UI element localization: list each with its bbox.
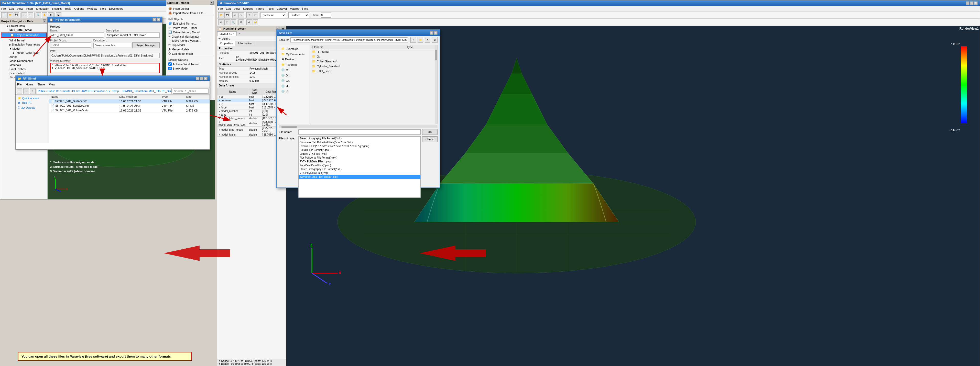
- pv-interact-btn[interactable]: 🖱: [247, 12, 252, 18]
- filetype-pvd[interactable]: ParaView Data Files(*.pvd ): [299, 164, 420, 167]
- col-date[interactable]: Date modified: [117, 95, 159, 99]
- move-vector-btn[interactable]: → Move Along a Vector...: [167, 39, 214, 43]
- pv-menu-macros[interactable]: Macros: [290, 7, 299, 10]
- sd-examples[interactable]: 📁Examples: [279, 46, 310, 51]
- insert-object-btn[interactable]: 📦 Insert Object: [167, 6, 214, 11]
- sd-ok-btn[interactable]: OK: [422, 129, 438, 135]
- show-model-check[interactable]: Show Model: [167, 66, 214, 71]
- wind-tunnel-checkbox[interactable]: [169, 62, 172, 66]
- menu-help[interactable]: Help: [100, 7, 106, 10]
- pv-representation-select[interactable]: Surface Wireframe Points: [288, 12, 309, 18]
- tree-item-materials[interactable]: Materials: [0, 63, 47, 67]
- bc-rf-simul[interactable]: RF_Simul: [161, 89, 172, 92]
- layout-tab-1[interactable]: Layout #1 ×: [217, 32, 237, 36]
- table-row[interactable]: 📄 Sim001_V01_Surface.vtp 16.06.2021 21:3…: [49, 99, 210, 103]
- tree-item-point-probes[interactable]: Point Probes: [0, 67, 47, 71]
- col-size[interactable]: Size: [184, 95, 210, 99]
- pv-color-var-select[interactable]: pressure cp U force: [261, 12, 286, 18]
- tb-save[interactable]: 💾: [14, 12, 19, 18]
- dialog-close-btn[interactable]: ✕: [157, 18, 160, 21]
- col-name[interactable]: Name: [49, 95, 117, 99]
- show-model-checkbox[interactable]: [169, 67, 172, 70]
- dialog-help-btn[interactable]: ?: [153, 18, 156, 21]
- fe-menu-file[interactable]: File: [17, 83, 22, 86]
- tb-pan[interactable]: ✋: [42, 12, 47, 18]
- sd-details-btn[interactable]: ⊞: [432, 37, 438, 43]
- sd-d-drive[interactable]: 💿D:\: [279, 73, 310, 78]
- pv-zoom-box[interactable]: ⬚: [224, 19, 230, 25]
- fe-menu-view[interactable]: View: [49, 83, 55, 86]
- table-row[interactable]: 📄 Sim001_V01_VolumeV.vtu 16.06.2021 21:3…: [49, 108, 210, 113]
- sd-help[interactable]: ?: [430, 31, 433, 35]
- filetype-vtp[interactable]: VTK PolyData Files(*.vtp ): [299, 171, 420, 175]
- menu-results[interactable]: Results: [52, 7, 62, 10]
- bc-rwind[interactable]: RWIND Simulation 1.x: [82, 89, 110, 92]
- tree-item-mesh-ref[interactable]: Mesh Refinements: [0, 59, 47, 63]
- graphical-manip-btn[interactable]: ✂ Graphical Manipulator: [167, 34, 214, 39]
- name-input[interactable]: [50, 32, 104, 38]
- tb-new[interactable]: 📄: [1, 12, 7, 18]
- tree-item-zones[interactable]: Zones: [0, 55, 47, 59]
- bc-temp[interactable]: Temp: [112, 89, 119, 92]
- import-model-btn[interactable]: 📥 Import Model from a File...: [167, 11, 214, 15]
- fe-search-input[interactable]: [173, 89, 208, 94]
- path-input[interactable]: [50, 53, 160, 58]
- edit-wind-tunnel-btn[interactable]: 🌀 Edit Wind Tunnel...: [167, 21, 214, 25]
- group-input[interactable]: [50, 43, 91, 48]
- pv-close[interactable]: ✕: [974, 1, 978, 5]
- tree-item-project-information[interactable]: 📋 Project Information: [1, 33, 46, 37]
- pv-minimize[interactable]: ─: [966, 1, 969, 5]
- table-row[interactable]: 📁RF_Simul: [310, 49, 435, 54]
- table-row[interactable]: 📁Cube_Standard: [310, 59, 435, 64]
- pv-open-btn[interactable]: 📂: [218, 12, 224, 18]
- bc-m01[interactable]: M01_Eifl: [149, 89, 160, 92]
- tb-open[interactable]: 📂: [8, 12, 13, 18]
- tb-zoom[interactable]: 🔍: [35, 12, 41, 18]
- filetype-csv[interactable]: Comma or Tab Delimited Files(*.csv *.tsv…: [299, 140, 420, 144]
- filetype-vtk[interactable]: Legacy VTK Files(*.vtk ): [299, 152, 420, 156]
- menu-file[interactable]: File: [1, 7, 6, 10]
- bc-docs[interactable]: Public Documents: [48, 89, 70, 92]
- fe-quick-access[interactable]: ⭐ Quick access: [16, 95, 49, 100]
- menu-window[interactable]: Window: [87, 7, 97, 10]
- sd-col-filename[interactable]: Filename: [310, 45, 405, 49]
- filetype-stl2[interactable]: Stereo Lithography File Format(*.stl ): [299, 167, 420, 171]
- filetype-exodus[interactable]: Exodus II File(*.e *.ex2 *.ex2v2 *.exo *…: [299, 144, 420, 148]
- sd-c-drive[interactable]: 💿C:\: [279, 67, 310, 73]
- sd-g-drive[interactable]: 💿G:\: [279, 78, 310, 83]
- group-desc-input[interactable]: [93, 43, 131, 48]
- pv-save-btn[interactable]: 💾: [224, 12, 230, 18]
- fe-menu-home[interactable]: Home: [26, 83, 33, 86]
- fe-this-pc[interactable]: 🖥 This PC: [16, 100, 49, 105]
- table-row[interactable]: 📄 Sim001_V01_SurfaceV.vtp 16.06.2021 21:…: [49, 103, 210, 108]
- sd-h-scrollbar[interactable]: [279, 125, 438, 128]
- pv-menu-filters[interactable]: Filters: [256, 7, 264, 10]
- pv-menu-help[interactable]: Help: [302, 7, 308, 10]
- pv-menu-file[interactable]: File: [218, 7, 223, 10]
- nav-close-btn[interactable]: ✕: [43, 19, 46, 23]
- sd-list-btn[interactable]: ≡: [425, 37, 430, 43]
- menu-edit[interactable]: Edit: [9, 7, 14, 10]
- pv-menu-sources[interactable]: Sources: [243, 7, 253, 10]
- fe-back-btn[interactable]: ←: [17, 88, 22, 94]
- pv-time-input[interactable]: [321, 13, 331, 18]
- sd-i-drive[interactable]: 💿I:\: [279, 89, 310, 94]
- sd-up-btn[interactable]: ↑: [410, 37, 416, 43]
- menu-tools[interactable]: Tools: [65, 7, 72, 10]
- fe-up-btn[interactable]: ↑: [30, 88, 35, 94]
- filetype-obj[interactable]: Wavefront OBJ File Format(*.obj ): [299, 175, 420, 179]
- description-input[interactable]: [106, 32, 160, 38]
- orient-model-btn[interactable]: 🔄 Orient Primary Model: [167, 30, 214, 34]
- sd-close[interactable]: ✕: [434, 31, 438, 35]
- merge-models-btn[interactable]: ⊕ Merge Models: [167, 47, 214, 51]
- menu-options[interactable]: Options: [75, 7, 84, 10]
- clip-model-btn[interactable]: ✂ Clip Model: [167, 43, 214, 47]
- tree-item-line-probes[interactable]: Line Probes: [0, 71, 47, 75]
- proj-manager-btn[interactable]: Project Manager: [132, 43, 160, 48]
- fe-close[interactable]: ✕: [204, 77, 207, 80]
- da-col-type[interactable]: Data Type: [248, 88, 261, 95]
- pv-menu-view[interactable]: View: [234, 7, 240, 10]
- pv-redo-btn[interactable]: ↪: [239, 12, 244, 18]
- edit-mesh-btn[interactable]: ⬡ Edit Model Mesh: [167, 51, 214, 56]
- filetype-stl[interactable]: Stereo Lithography File Format(*.stl ): [299, 137, 420, 140]
